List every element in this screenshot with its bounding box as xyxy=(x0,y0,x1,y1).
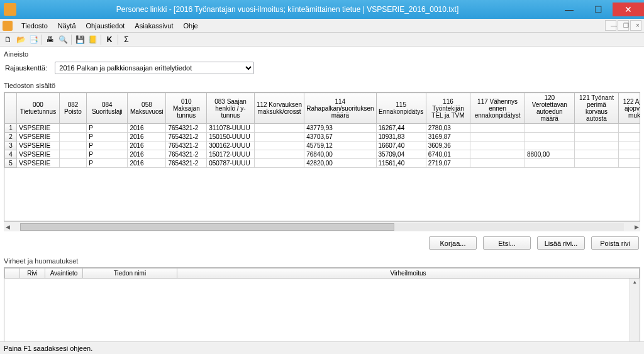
cell[interactable]: 11561,40 xyxy=(376,159,426,168)
column-header[interactable]: 082 Poisto xyxy=(59,93,87,124)
menu-asiakassivut[interactable]: Asiakassivut xyxy=(130,21,178,31)
column-header[interactable]: 058 Maksuvuosi xyxy=(128,93,166,124)
cell[interactable]: 43703,67 xyxy=(304,133,376,141)
column-header[interactable]: Virheilmoitus xyxy=(177,268,640,279)
cell[interactable] xyxy=(254,159,304,168)
row-header[interactable]: 1 xyxy=(5,124,17,133)
cell[interactable]: 050787-UUUU xyxy=(207,159,255,168)
cell[interactable] xyxy=(59,133,87,141)
menu-ohje[interactable]: Ohje xyxy=(178,21,203,31)
row-header[interactable]: 2 xyxy=(5,133,17,141)
mdi-restore-button[interactable]: ❐ xyxy=(618,20,629,31)
cell[interactable]: 7654321-2 xyxy=(166,124,207,133)
cell[interactable]: 150150-UUUU xyxy=(207,133,255,141)
cell[interactable] xyxy=(470,159,525,168)
column-header[interactable] xyxy=(5,268,20,279)
column-header[interactable]: 084 Suorituslaji xyxy=(87,93,128,124)
row-header[interactable]: 3 xyxy=(5,141,17,150)
menu-nayta[interactable]: Näytä xyxy=(53,21,81,31)
table-row[interactable]: 1VSPSERIEP20167654321-2311078-UUUU43779,… xyxy=(5,124,641,133)
row-header[interactable]: 4 xyxy=(5,150,17,159)
table-row[interactable]: 4VSPSERIEP20167654321-2150172-UUUU76840,… xyxy=(5,150,641,159)
lisaa-rivi-button[interactable]: Lisää rivi... xyxy=(537,236,585,250)
cell[interactable] xyxy=(525,159,574,168)
scroll-up-icon[interactable]: ▴ xyxy=(630,279,640,285)
column-header[interactable]: 115 Ennakonpidätys xyxy=(376,93,426,124)
cell[interactable] xyxy=(254,141,304,150)
column-header[interactable]: 083 Saajan henkilö / y-tunnus xyxy=(207,93,255,124)
cell[interactable] xyxy=(619,133,640,141)
column-header[interactable]: Tiedon nimi xyxy=(83,268,177,279)
cell[interactable] xyxy=(254,124,304,133)
table-row[interactable]: 3VSPSERIEP20167654321-2300162-UUUU45759,… xyxy=(5,141,641,150)
cell[interactable] xyxy=(59,124,87,133)
cell[interactable]: 2016 xyxy=(128,124,166,133)
horizontal-scrollbar[interactable]: ◀ ▶ xyxy=(4,221,640,231)
cell[interactable]: P xyxy=(87,133,128,141)
column-header[interactable]: Rivi xyxy=(20,268,45,279)
column-header[interactable]: 121 Työnant perimä korvaus autosta xyxy=(574,93,619,124)
k-button[interactable]: K xyxy=(104,34,115,45)
column-header[interactable]: 117 Vähennys ennen ennakonpidätyst xyxy=(470,93,525,124)
cell[interactable]: 7654321-2 xyxy=(166,141,207,150)
cell[interactable] xyxy=(59,159,87,168)
save-icon[interactable]: 💾 xyxy=(74,34,86,45)
cell[interactable]: VSPSERIE xyxy=(17,159,60,168)
sum-button[interactable]: Σ xyxy=(121,34,132,45)
column-header[interactable]: Avaintieto xyxy=(45,268,83,279)
cell[interactable] xyxy=(470,133,525,141)
mdi-close-button[interactable]: × xyxy=(630,20,641,31)
print-icon[interactable]: 🖶 xyxy=(45,34,56,45)
cell[interactable] xyxy=(619,159,640,168)
filter-select[interactable]: 2016 Palkan ja palkkionsaajan erittelyti… xyxy=(55,62,254,74)
new-file-icon[interactable]: 🗋 xyxy=(3,34,14,45)
close-button[interactable]: ✕ xyxy=(613,3,644,16)
cell[interactable]: 2016 xyxy=(128,133,166,141)
mdi-minimize-button[interactable]: — xyxy=(605,20,616,31)
cell[interactable] xyxy=(254,150,304,159)
data-grid[interactable]: 000 Tietuetunnus082 Poisto084 Suoritusla… xyxy=(4,92,640,168)
cell[interactable] xyxy=(574,159,619,168)
cell[interactable]: 2719,07 xyxy=(426,159,470,168)
cell[interactable]: VSPSERIE xyxy=(17,141,60,150)
korjaa-button[interactable]: Korjaa... xyxy=(429,236,477,250)
cell[interactable]: 2016 xyxy=(128,150,166,159)
cell[interactable] xyxy=(254,133,304,141)
row-header[interactable]: 5 xyxy=(5,159,17,168)
cell[interactable]: 7654321-2 xyxy=(166,159,207,168)
cell[interactable]: 3169,87 xyxy=(426,133,470,141)
cell[interactable]: P xyxy=(87,141,128,150)
cell[interactable] xyxy=(525,124,574,133)
cell[interactable]: 2780,03 xyxy=(426,124,470,133)
cell[interactable] xyxy=(619,124,640,133)
cell[interactable]: 76840,00 xyxy=(304,150,376,159)
cell[interactable]: P xyxy=(87,150,128,159)
cell[interactable] xyxy=(59,150,87,159)
cell[interactable]: 2016 xyxy=(128,159,166,168)
scroll-left-icon[interactable]: ◀ xyxy=(4,224,11,230)
cell[interactable]: 45759,12 xyxy=(304,141,376,150)
cell[interactable] xyxy=(470,150,525,159)
poista-rivi-button[interactable]: Poista rivi xyxy=(591,236,639,250)
cell[interactable]: 16607,40 xyxy=(376,141,426,150)
cell[interactable] xyxy=(470,124,525,133)
cell[interactable]: P xyxy=(87,159,128,168)
cell[interactable]: 3609,36 xyxy=(426,141,470,150)
cell[interactable]: VSPSERIE xyxy=(17,124,60,133)
cell[interactable]: 300162-UUUU xyxy=(207,141,255,150)
cell[interactable] xyxy=(574,141,619,150)
cell[interactable]: VSPSERIE xyxy=(17,150,60,159)
column-header[interactable] xyxy=(5,93,17,124)
open-file-icon[interactable]: 📂 xyxy=(15,34,26,45)
minimize-button[interactable]: — xyxy=(555,3,584,16)
preview-icon[interactable]: 🔍 xyxy=(57,34,69,45)
cell[interactable]: 311078-UUUU xyxy=(207,124,255,133)
menu-tiedosto[interactable]: Tiedosto xyxy=(16,21,53,31)
data-grid-container[interactable]: 000 Tietuetunnus082 Poisto084 Suoritusla… xyxy=(4,92,640,221)
save-yellow-icon[interactable]: 📒 xyxy=(87,34,98,45)
maximize-button[interactable]: ☐ xyxy=(584,3,613,16)
column-header[interactable]: 114 Rahapalkan/suorituksen määrä xyxy=(304,93,376,124)
cell[interactable] xyxy=(574,124,619,133)
cell[interactable]: 2016 xyxy=(128,141,166,150)
cell[interactable]: 6740,01 xyxy=(426,150,470,159)
